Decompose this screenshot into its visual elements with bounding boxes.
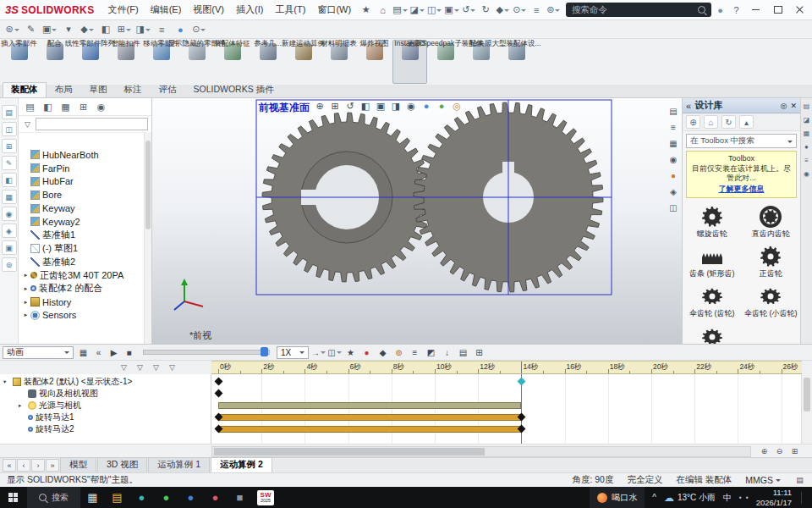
side-toolbar-icon[interactable]: ✎	[2, 156, 17, 170]
menu-item[interactable]: 文件(F)	[102, 2, 145, 18]
custom-properties-tab-icon[interactable]: ≡	[804, 157, 809, 164]
expand-arrow-icon[interactable]: ▸	[22, 272, 30, 279]
playback-speed-dropdown[interactable]: 1X	[277, 346, 309, 359]
feature-tree-item[interactable]: FarPin	[19, 162, 151, 175]
add-key-icon[interactable]: ◆	[376, 345, 390, 359]
scroll-right-icon[interactable]: ›	[31, 459, 45, 472]
view-settings-icon[interactable]: ⊙	[191, 22, 207, 36]
library-item[interactable]: 正齿轮	[742, 241, 801, 281]
menu-item[interactable]: 窗口(W)	[311, 2, 357, 18]
expand-arrow-icon[interactable]: ▸	[19, 402, 25, 409]
tray-icon[interactable]: ▪	[746, 494, 749, 501]
ribbon-button[interactable]: 智能扣件	[108, 40, 143, 84]
units-dropdown[interactable]: MMGS	[745, 475, 781, 485]
side-toolbar-icon[interactable]: ▤	[2, 105, 17, 119]
library-item[interactable]: 齿条 (矩形齿)	[683, 241, 742, 281]
hide-show-items-icon[interactable]: ◉	[404, 99, 418, 113]
feature-tree-item[interactable]: Keyway	[19, 202, 151, 215]
tray-icon[interactable]: ▪	[739, 494, 742, 501]
document-tab[interactable]: 运动算例 2	[211, 457, 272, 472]
command-search-input[interactable]: 搜索命令	[566, 3, 711, 17]
scroll-left-icon[interactable]: ‹	[17, 459, 30, 472]
taskbar-search[interactable]: 搜索	[27, 487, 80, 508]
timeline-horizontal-scrollbar[interactable]	[211, 446, 751, 457]
start-button[interactable]	[0, 487, 27, 508]
zoom-area-icon[interactable]: ⊞	[328, 99, 342, 113]
expand-arrow-icon[interactable]: ▸	[22, 299, 30, 306]
results-icon[interactable]: ▤	[456, 345, 470, 359]
feature-tree-item[interactable]: Keyway2	[19, 215, 151, 229]
zoom-fit-icon[interactable]: ⊕	[313, 99, 326, 113]
chat-app-icon[interactable]: ●	[154, 487, 178, 508]
ribbon-button[interactable]: 爆炸视图	[357, 40, 392, 84]
expand-arrow-icon[interactable]: ▸	[22, 285, 30, 292]
timebar-slider-thumb[interactable]	[261, 347, 268, 356]
close-button[interactable]	[789, 2, 810, 19]
timeline-ruler[interactable]: 0秒2秒4秒6秒8秒10秒12秒14秒16秒18秒20秒22秒24秒26秒	[211, 361, 802, 374]
up-level-icon[interactable]: ▴	[739, 115, 754, 129]
home-icon[interactable]: ⌂	[704, 115, 718, 129]
expand-arrow-icon[interactable]: ▸	[22, 312, 30, 318]
smart-dimension-icon[interactable]: ◆	[79, 22, 95, 36]
viewport-side-icon[interactable]: ◫	[667, 202, 679, 213]
feature-tree-item[interactable]: HubFar	[19, 175, 151, 189]
display-style-icon[interactable]: ◨	[134, 22, 151, 36]
collapse-pane-icon[interactable]: «	[686, 101, 691, 111]
file-properties-icon[interactable]: ≡	[529, 3, 545, 17]
viewport-side-icon[interactable]: ≡	[667, 121, 679, 133]
document-tab[interactable]: 运动算例 1	[148, 457, 210, 472]
display-style-icon[interactable]: ◨	[389, 99, 403, 113]
dimxpert-tab-icon[interactable]: ⊞	[75, 101, 91, 113]
feature-tree-item[interactable]: 基准轴2	[19, 255, 151, 268]
calculate-icon[interactable]: ▦	[76, 345, 91, 359]
motor-icon[interactable]: ⊚	[392, 345, 406, 359]
open-file-icon[interactable]: ◪	[409, 3, 425, 17]
feature-tree-item[interactable]: Bore	[19, 188, 151, 202]
timeline-bar[interactable]	[218, 402, 521, 409]
selection-filter-icon[interactable]: ▾	[60, 22, 76, 36]
commandmanager-tab[interactable]: 评估	[151, 82, 185, 97]
print-icon[interactable]: ▣	[443, 3, 459, 17]
stop-icon[interactable]: ■	[122, 345, 136, 359]
rebuild-icon[interactable]: ⊙	[512, 3, 528, 17]
ribbon-button[interactable]: 插入零部件	[2, 40, 36, 84]
undo-icon[interactable]: ↺	[461, 3, 477, 17]
keyframe-diamond[interactable]	[215, 378, 223, 386]
scrollbar-thumb[interactable]	[214, 448, 485, 456]
refresh-icon[interactable]: ↻	[721, 115, 736, 129]
feature-tree-item[interactable]: ▸ Sensors	[19, 309, 151, 323]
filter-selected-icon[interactable]: ▽	[151, 362, 162, 373]
menu-item[interactable]: 视图(V)	[187, 2, 230, 18]
section-view-icon[interactable]: ◧	[359, 99, 372, 113]
maximize-button[interactable]	[767, 2, 788, 19]
displaymanager-tab-icon[interactable]: ◉	[93, 101, 109, 113]
appearance-icon[interactable]: ●	[173, 22, 189, 36]
view-settings-icon[interactable]: ◎	[450, 99, 464, 113]
filter-animated-icon[interactable]: ▽	[118, 362, 129, 373]
tree-scrollbar-thumb[interactable]	[145, 141, 151, 229]
animation-wizard-icon[interactable]: ★	[343, 345, 358, 359]
study-type-dropdown[interactable]: 动画	[3, 346, 74, 359]
appearances-tab-icon[interactable]: ●	[804, 143, 809, 151]
design-library-tab-icon[interactable]: ▤	[804, 102, 810, 110]
graphics-viewport[interactable]: 前视基准面 ⊕⊞↺◧▣◨◉●●◎ ▤≡▦◉●◈◫ *前视	[152, 98, 682, 344]
design-app-icon[interactable]: ●	[203, 487, 228, 508]
feature-tree-item[interactable]: ▸ History	[19, 295, 151, 309]
gravity-icon[interactable]: ↓	[440, 345, 454, 359]
library-item[interactable]: 直齿内齿轮	[742, 202, 801, 241]
filter-results-icon[interactable]: ▽	[167, 362, 178, 373]
favorites-icon[interactable]: ★	[358, 3, 374, 17]
side-toolbar-icon[interactable]: ◧	[2, 173, 17, 187]
viewport-side-icon[interactable]: ●	[667, 169, 679, 181]
ribbon-button[interactable]: 材料明细表	[321, 40, 356, 84]
capture-app-icon[interactable]: ■	[228, 487, 252, 508]
feature-tree-item[interactable]: 基准轴1	[19, 229, 151, 242]
weather-widget[interactable]: ☁ 13°C 小雨	[664, 492, 716, 504]
measure-icon[interactable]: ≡	[154, 22, 170, 36]
viewport-side-icon[interactable]: ▦	[667, 137, 679, 149]
minimize-button[interactable]	[745, 2, 766, 19]
timebar-slider[interactable]	[143, 350, 270, 355]
motion-tree-item[interactable]: 视向及相机视图	[0, 388, 211, 400]
side-toolbar-icon[interactable]: ⊞	[2, 139, 17, 153]
edit-appearance-icon[interactable]: ●	[420, 99, 433, 113]
